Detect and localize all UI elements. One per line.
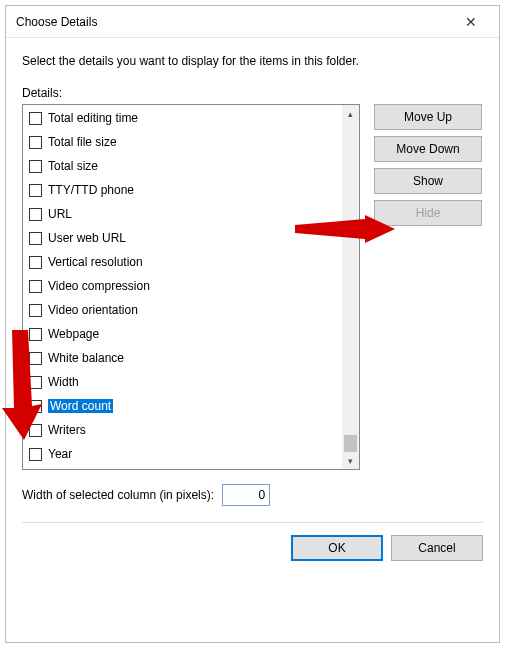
hide-button: Hide: [374, 200, 482, 226]
checkbox[interactable]: [29, 328, 42, 341]
checkbox[interactable]: [29, 352, 42, 365]
list-item[interactable]: TTY/TTD phone: [25, 178, 359, 202]
details-label: Details:: [22, 86, 483, 100]
list-item[interactable]: User web URL: [25, 226, 359, 250]
list-item-label: Width: [48, 375, 79, 389]
list-item[interactable]: Webpage: [25, 322, 359, 346]
dialog-title: Choose Details: [16, 15, 449, 29]
list-item-label: Vertical resolution: [48, 255, 143, 269]
list-item-label: User web URL: [48, 231, 126, 245]
list-item-label: URL: [48, 207, 72, 221]
dialog-buttons: OK Cancel: [22, 535, 483, 561]
scroll-up-icon[interactable]: ▴: [342, 105, 359, 122]
checkbox[interactable]: [29, 304, 42, 317]
move-up-button[interactable]: Move Up: [374, 104, 482, 130]
scroll-down-icon[interactable]: ▾: [342, 452, 359, 469]
list-item[interactable]: URL: [25, 202, 359, 226]
list-item-label: Video orientation: [48, 303, 138, 317]
list-item-label: Total file size: [48, 135, 117, 149]
titlebar: Choose Details ✕: [6, 6, 499, 38]
list-item[interactable]: Year: [25, 442, 359, 466]
checkbox[interactable]: [29, 400, 42, 413]
checkbox[interactable]: [29, 232, 42, 245]
list-item-label: Total editing time: [48, 111, 138, 125]
close-icon: ✕: [465, 14, 477, 30]
list-item-label: Year: [48, 447, 72, 461]
separator: [22, 522, 483, 523]
checkbox[interactable]: [29, 136, 42, 149]
list-item[interactable]: Vertical resolution: [25, 250, 359, 274]
list-item-label: Webpage: [48, 327, 99, 341]
width-row: Width of selected column (in pixels):: [22, 484, 483, 506]
list-item-label: Writers: [48, 423, 86, 437]
checkbox[interactable]: [29, 424, 42, 437]
list-item[interactable]: Width: [25, 370, 359, 394]
checkbox[interactable]: [29, 256, 42, 269]
cancel-button[interactable]: Cancel: [391, 535, 483, 561]
main-row: Total editing timeTotal file sizeTotal s…: [22, 104, 483, 470]
list-item-label: White balance: [48, 351, 124, 365]
list-item-label: TTY/TTD phone: [48, 183, 134, 197]
choose-details-dialog: Choose Details ✕ Select the details you …: [5, 5, 500, 643]
checkbox[interactable]: [29, 448, 42, 461]
list-item[interactable]: Total size: [25, 154, 359, 178]
checkbox[interactable]: [29, 184, 42, 197]
list-item[interactable]: Video compression: [25, 274, 359, 298]
list-item[interactable]: Writers: [25, 418, 359, 442]
instruction-text: Select the details you want to display f…: [22, 54, 483, 68]
list-item[interactable]: Total file size: [25, 130, 359, 154]
list-item-label: Video compression: [48, 279, 150, 293]
side-buttons: Move Up Move Down Show Hide: [374, 104, 482, 470]
list-item[interactable]: White balance: [25, 346, 359, 370]
list-item[interactable]: Video orientation: [25, 298, 359, 322]
checkbox[interactable]: [29, 280, 42, 293]
list-item-label: Total size: [48, 159, 98, 173]
show-button[interactable]: Show: [374, 168, 482, 194]
checkbox[interactable]: [29, 376, 42, 389]
checkbox[interactable]: [29, 112, 42, 125]
close-button[interactable]: ✕: [449, 8, 493, 36]
scrollbar[interactable]: ▴ ▾: [342, 105, 359, 469]
width-input[interactable]: [222, 484, 270, 506]
dialog-content: Select the details you want to display f…: [6, 38, 499, 573]
checkbox[interactable]: [29, 208, 42, 221]
move-down-button[interactable]: Move Down: [374, 136, 482, 162]
details-listbox[interactable]: Total editing timeTotal file sizeTotal s…: [22, 104, 360, 470]
width-label: Width of selected column (in pixels):: [22, 488, 214, 502]
list-item-label: Word count: [48, 399, 113, 413]
checkbox[interactable]: [29, 160, 42, 173]
list-item[interactable]: Total editing time: [25, 106, 359, 130]
ok-button[interactable]: OK: [291, 535, 383, 561]
list-item[interactable]: Word count: [25, 394, 359, 418]
scroll-thumb[interactable]: [344, 435, 357, 452]
